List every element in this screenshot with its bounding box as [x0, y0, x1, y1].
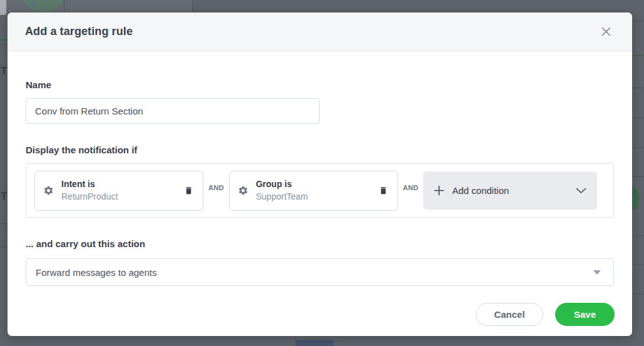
- action-select-value: Forward messages to agents: [36, 267, 156, 278]
- background-panel-corner: [0, 0, 6, 15]
- chevron-down-icon: [576, 188, 586, 194]
- background-row-line: [633, 147, 644, 148]
- targeting-rule-modal: Add a targeting rule Name Display the no…: [8, 13, 632, 336]
- and-operator: AND: [403, 184, 419, 191]
- background-divider: [192, 0, 193, 12]
- background-row-line: [633, 21, 644, 21]
- save-button[interactable]: Save: [555, 303, 615, 326]
- and-operator: AND: [208, 184, 224, 191]
- conditions-container: Intent is ReturnProduct AND Group: [26, 163, 614, 218]
- background-row-line: [633, 235, 644, 236]
- condition-card-intent[interactable]: Intent is ReturnProduct: [34, 171, 203, 211]
- rule-name-input[interactable]: [26, 98, 320, 124]
- background-plus-glyph: +: [30, 0, 36, 9]
- background-row-line: [633, 176, 644, 177]
- plus-icon: [434, 185, 444, 196]
- gear-icon: [43, 185, 54, 196]
- condition-value: SupportTeam: [256, 191, 308, 203]
- background-blue-element: [295, 340, 334, 346]
- condition-card-group[interactable]: Group is SupportTeam: [229, 171, 398, 211]
- trash-icon[interactable]: [183, 184, 195, 197]
- gear-icon: [238, 185, 248, 196]
- modal-title: Add a targeting rule: [25, 25, 133, 38]
- condition-attribute: Intent is: [61, 178, 118, 191]
- action-label: ... and carry out this action: [26, 238, 614, 249]
- condition-value: ReturnProduct: [61, 191, 118, 203]
- background-row-line: [633, 118, 644, 118]
- add-condition-button[interactable]: Add condition: [423, 171, 597, 210]
- background-row-line: [0, 247, 8, 247]
- condition-text: Group is SupportTeam: [256, 178, 308, 203]
- cancel-button[interactable]: Cancel: [476, 303, 543, 326]
- modal-footer: Cancel Save: [476, 303, 615, 326]
- background-green-edge: [0, 39, 8, 41]
- caret-down-icon: [593, 270, 601, 275]
- background-row-line: [633, 88, 644, 88]
- background-divider: [64, 0, 64, 12]
- modal-body: Name Display the notification if Intent …: [8, 79, 632, 286]
- background-row-line: [0, 223, 8, 224]
- name-label: Name: [26, 79, 614, 90]
- background-row-line: [633, 294, 644, 295]
- add-condition-label: Add condition: [452, 185, 509, 196]
- background-row-line: [633, 55, 644, 56]
- condition-attribute: Group is: [256, 178, 308, 191]
- background-row-line: [633, 265, 644, 265]
- action-select[interactable]: Forward messages to agents: [26, 258, 614, 286]
- modal-header: Add a targeting rule: [8, 13, 632, 51]
- close-icon[interactable]: [598, 23, 615, 40]
- conditions-label: Display the notification if: [26, 145, 614, 155]
- condition-text: Intent is ReturnProduct: [61, 178, 118, 203]
- trash-icon[interactable]: [377, 184, 389, 197]
